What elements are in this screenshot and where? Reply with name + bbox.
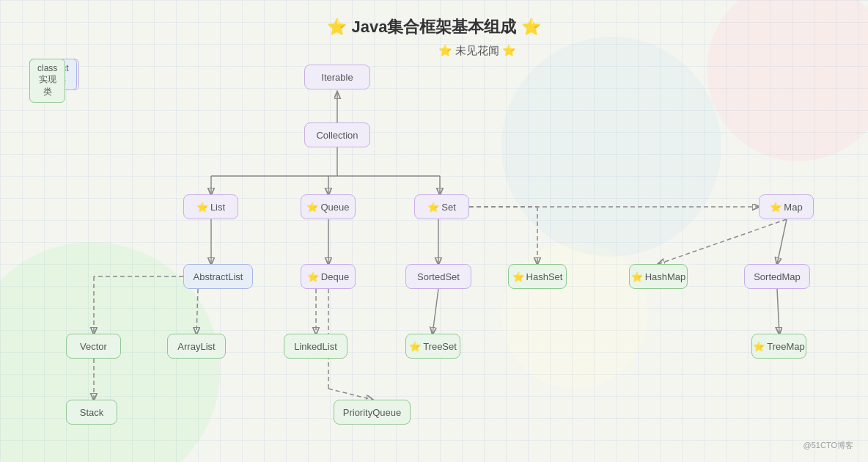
page-subtitle: ⭐ 未见花闻 ⭐ bbox=[438, 44, 516, 58]
page-title: ⭐ Java集合框架基本组成 ⭐ bbox=[327, 16, 540, 38]
watermark: @51CTO博客 bbox=[803, 440, 853, 451]
blob-yellow bbox=[501, 242, 648, 389]
legend-class: class实现类 bbox=[29, 59, 65, 103]
blob-blue bbox=[501, 37, 721, 257]
